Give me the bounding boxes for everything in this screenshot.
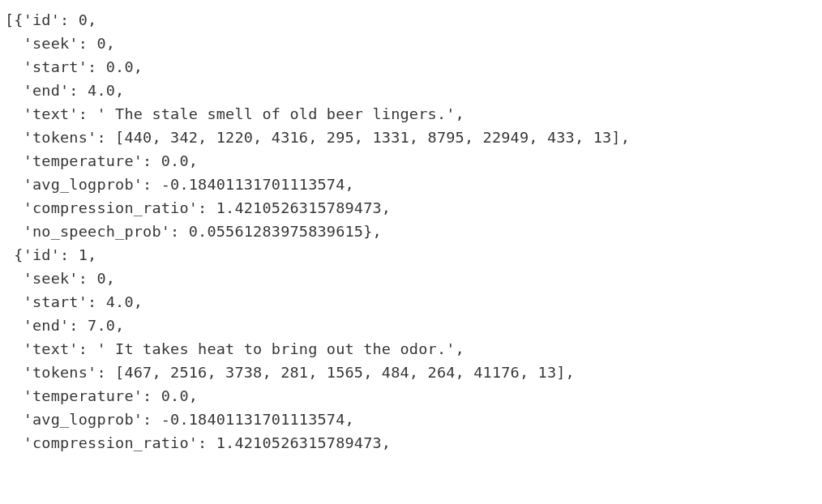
code-line: 'avg_logprob': -0.18401131701113574, bbox=[5, 176, 354, 193]
code-line: 'end': 4.0, bbox=[5, 82, 124, 99]
code-line: 'start': 0.0, bbox=[5, 58, 143, 75]
code-output: [{'id': 0, 'seek': 0, 'start': 0.0, 'end… bbox=[0, 0, 822, 459]
code-line: {'id': 1, bbox=[5, 246, 96, 263]
code-line: 'no_speech_prob': 0.05561283975839615}, bbox=[5, 223, 382, 240]
code-line: 'seek': 0, bbox=[5, 270, 115, 287]
code-line: 'text': ' It takes heat to bring out the… bbox=[5, 340, 465, 357]
code-line: 'tokens': [467, 2516, 3738, 281, 1565, 4… bbox=[5, 364, 575, 381]
code-line: 'temperature': 0.0, bbox=[5, 387, 198, 404]
code-line: 'end': 7.0, bbox=[5, 317, 124, 334]
code-line: 'avg_logprob': -0.18401131701113574, bbox=[5, 411, 354, 428]
code-line: 'tokens': [440, 342, 1220, 4316, 295, 13… bbox=[5, 129, 630, 146]
code-line: 'start': 4.0, bbox=[5, 293, 143, 310]
code-line: 'temperature': 0.0, bbox=[5, 152, 198, 169]
code-line: [{'id': 0, bbox=[5, 11, 96, 28]
code-line: 'compression_ratio': 1.4210526315789473, bbox=[5, 199, 391, 216]
code-line: 'text': ' The stale smell of old beer li… bbox=[5, 105, 465, 122]
code-line: 'compression_ratio': 1.4210526315789473, bbox=[5, 434, 391, 451]
code-line: 'seek': 0, bbox=[5, 35, 115, 52]
